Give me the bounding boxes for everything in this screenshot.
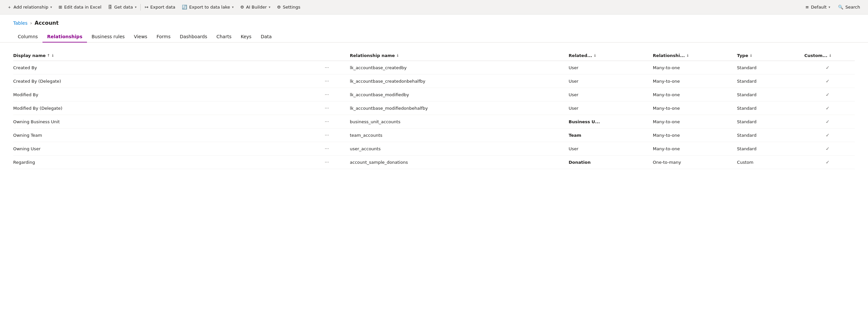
col-header-display-name[interactable]: Display name ↑ ↓ — [13, 51, 308, 61]
export-lake-icon: 🔄 — [182, 5, 187, 9]
get-data-label: Get data — [114, 5, 133, 9]
tab-relationships[interactable]: Relationships — [42, 31, 87, 42]
main-content: Display name ↑ ↓ Relationship name ↓ Rel… — [0, 42, 868, 177]
tab-business-rules[interactable]: Business rules — [87, 31, 129, 42]
edit-excel-button[interactable]: ⊞ Edit data in Excel — [55, 0, 105, 14]
add-relationship-label: Add relationship — [13, 5, 49, 9]
cell-more-options[interactable]: ··· — [308, 128, 350, 142]
tab-columns[interactable]: Columns — [13, 31, 42, 42]
cell-type: Standard — [737, 128, 804, 142]
cell-type: Custom — [737, 155, 804, 169]
add-relationship-button[interactable]: ＋ Add relationship ▾ — [4, 0, 55, 14]
tab-forms[interactable]: Forms — [152, 31, 175, 42]
cell-more-options[interactable]: ··· — [308, 61, 350, 75]
table-row[interactable]: Created By···lk_accountbase_createdbyUse… — [13, 61, 855, 75]
cell-custom: ✓ — [804, 142, 855, 155]
table-row[interactable]: Owning Team···team_accountsTeamMany-to-o… — [13, 128, 855, 142]
checkmark-icon: ✓ — [826, 119, 830, 124]
cell-custom: ✓ — [804, 115, 855, 128]
add-icon: ＋ — [7, 4, 11, 10]
cell-related: User — [568, 88, 653, 102]
table-row[interactable]: Owning User···user_accountsUserMany-to-o… — [13, 142, 855, 155]
cell-relationship-name: lk_accountbase_createdby — [350, 61, 568, 75]
breadcrumb-tables-link[interactable]: Tables — [13, 21, 28, 26]
more-options-button[interactable]: ··· — [322, 105, 331, 111]
cell-more-options[interactable]: ··· — [308, 155, 350, 169]
export-data-button[interactable]: ↦ Export data — [141, 0, 179, 14]
table-row[interactable]: Modified By···lk_accountbase_modifiedbyU… — [13, 88, 855, 102]
search-icon: 🔍 — [838, 5, 843, 9]
export-data-label: Export data — [150, 5, 175, 9]
default-label: Default — [811, 5, 827, 9]
cell-type: Standard — [737, 88, 804, 102]
table-header-row: Display name ↑ ↓ Relationship name ↓ Rel… — [13, 51, 855, 61]
col-header-type[interactable]: Type ↓ — [737, 51, 804, 61]
checkmark-icon: ✓ — [826, 106, 830, 111]
get-data-icon: 🗄 — [108, 5, 112, 9]
tab-keys[interactable]: Keys — [236, 31, 256, 42]
cell-more-options[interactable]: ··· — [308, 88, 350, 102]
custom-sort-icon: ↓ — [829, 53, 832, 58]
rel-type-sort-icon: ↓ — [686, 53, 689, 58]
more-options-button[interactable]: ··· — [322, 145, 331, 152]
default-button[interactable]: ≡ Default ▾ — [802, 5, 834, 9]
cell-related: Business U... — [568, 115, 653, 128]
edit-excel-label: Edit data in Excel — [64, 5, 101, 9]
cell-related: User — [568, 102, 653, 115]
get-data-button[interactable]: 🗄 Get data ▾ — [105, 0, 140, 14]
tab-data[interactable]: Data — [256, 31, 276, 42]
toolbar: ＋ Add relationship ▾ ⊞ Edit data in Exce… — [0, 0, 868, 15]
more-options-button[interactable]: ··· — [322, 78, 331, 84]
cell-type: Standard — [737, 102, 804, 115]
type-sort-icon: ↓ — [749, 53, 752, 58]
checkmark-icon: ✓ — [826, 65, 830, 70]
tab-views[interactable]: Views — [129, 31, 152, 42]
relationships-table: Display name ↑ ↓ Relationship name ↓ Rel… — [13, 51, 855, 169]
display-name-sort-icon: ↑ ↓ — [47, 53, 54, 58]
cell-type: Standard — [737, 61, 804, 75]
more-options-button[interactable]: ··· — [322, 91, 331, 98]
ai-builder-button[interactable]: ⚙ AI Builder ▾ — [237, 0, 274, 14]
search-button[interactable]: 🔍 Search — [834, 5, 864, 9]
tab-charts[interactable]: Charts — [212, 31, 236, 42]
more-options-button[interactable]: ··· — [322, 132, 331, 138]
table-row[interactable]: Created By (Delegate)···lk_accountbase_c… — [13, 75, 855, 88]
cell-custom: ✓ — [804, 155, 855, 169]
export-lake-chevron: ▾ — [232, 5, 234, 9]
col-header-custom[interactable]: Custom... ↓ — [804, 51, 855, 61]
cell-type: Standard — [737, 75, 804, 88]
checkmark-icon: ✓ — [826, 160, 830, 165]
cell-custom: ✓ — [804, 61, 855, 75]
cell-relationship-type: Many-to-one — [653, 115, 737, 128]
checkmark-icon: ✓ — [826, 133, 830, 138]
cell-type: Standard — [737, 142, 804, 155]
cell-more-options[interactable]: ··· — [308, 115, 350, 128]
cell-relationship-name: team_accounts — [350, 128, 568, 142]
cell-display-name: Created By (Delegate) — [13, 75, 308, 88]
more-options-button[interactable]: ··· — [322, 159, 331, 166]
cell-relationship-type: Many-to-one — [653, 128, 737, 142]
cell-related: Team — [568, 128, 653, 142]
ai-builder-label: AI Builder — [246, 5, 267, 9]
cell-relationship-name: lk_accountbase_modifiedby — [350, 88, 568, 102]
settings-button[interactable]: ⚙ Settings — [274, 0, 304, 14]
col-header-rel-name[interactable]: Relationship name ↓ — [350, 51, 568, 61]
col-header-rel-type[interactable]: Relationshi... ↓ — [653, 51, 737, 61]
more-options-button[interactable]: ··· — [322, 118, 331, 125]
cell-display-name: Modified By — [13, 88, 308, 102]
col-header-dots — [308, 51, 350, 61]
col-header-related[interactable]: Related... ↓ — [568, 51, 653, 61]
cell-display-name: Created By — [13, 61, 308, 75]
cell-relationship-name: lk_accountbase_createdonbehalfby — [350, 75, 568, 88]
default-chevron: ▾ — [829, 5, 830, 9]
table-row[interactable]: Regarding···account_sample_donationsDona… — [13, 155, 855, 169]
cell-type: Standard — [737, 115, 804, 128]
cell-more-options[interactable]: ··· — [308, 142, 350, 155]
more-options-button[interactable]: ··· — [322, 64, 331, 71]
cell-more-options[interactable]: ··· — [308, 102, 350, 115]
table-row[interactable]: Modified By (Delegate)···lk_accountbase_… — [13, 102, 855, 115]
cell-more-options[interactable]: ··· — [308, 75, 350, 88]
export-lake-button[interactable]: 🔄 Export to data lake ▾ — [179, 0, 237, 14]
table-row[interactable]: Owning Business Unit···business_unit_acc… — [13, 115, 855, 128]
tab-dashboards[interactable]: Dashboards — [175, 31, 212, 42]
